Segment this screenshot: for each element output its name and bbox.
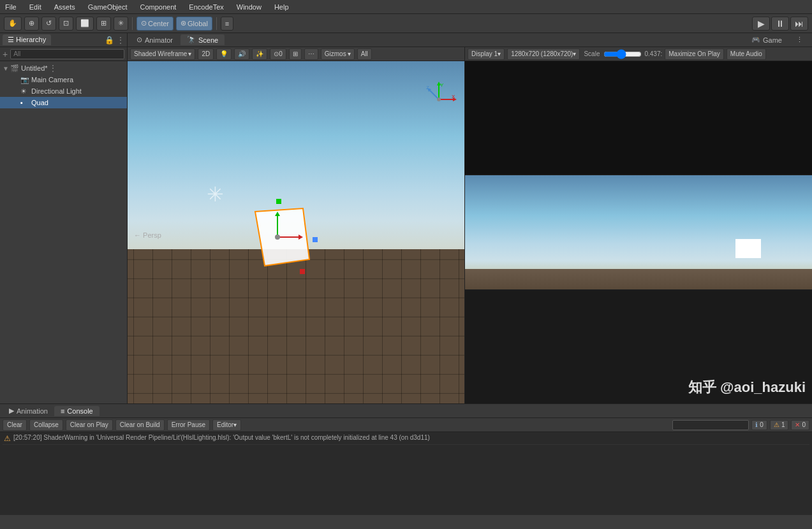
scene-audio-btn[interactable]: 🔊 [234, 48, 249, 60]
hand-tool-btn[interactable]: ✋ [4, 17, 22, 31]
play-btn[interactable]: ▶ [752, 17, 770, 31]
scene-2d-btn[interactable]: 2D [198, 48, 214, 60]
mute-audio-btn[interactable]: Mute Audio [727, 48, 766, 60]
hierarchy-item-quad[interactable]: ▪ Quad [0, 97, 127, 108]
menu-edit[interactable]: Edit [27, 3, 44, 11]
game-tab-icon: 🎮 [751, 36, 760, 44]
main-layout: ☰ Hierarchy 🔒 ⋮ + ▼ 🎬 Untitled* ⋮ [0, 33, 812, 403]
error-pause-btn[interactable]: Error Pause [167, 419, 210, 431]
console-search-input[interactable] [672, 420, 749, 430]
transform-tool-btn[interactable]: ⊞ [96, 17, 111, 31]
maximize-label: Maximize On Play [668, 50, 720, 57]
menu-file[interactable]: File [3, 3, 19, 11]
log-entry-0[interactable]: ⚠ [20:57:20] ShaderWarning in 'Universal… [3, 433, 809, 445]
scene-fx-btn[interactable]: ✨ [252, 48, 267, 60]
rotate-tool-btn[interactable]: ↺ [41, 17, 56, 31]
game-sky-gradient [465, 175, 812, 289]
hierarchy-lock-icon[interactable]: 🔒 [105, 36, 114, 45]
console-error-badge[interactable]: ✕ 0 [791, 420, 809, 430]
tab-game[interactable]: 🎮 Game [745, 34, 788, 45]
scene-tab-icon: 🔭 [187, 36, 196, 44]
tab-hierarchy[interactable]: ☰ Hierarchy [3, 34, 51, 45]
scale-slider[interactable] [603, 50, 642, 59]
menu-assets[interactable]: Assets [52, 3, 78, 11]
clear-btn[interactable]: Clear [3, 419, 27, 431]
hierarchy-root-item[interactable]: ▼ 🎬 Untitled* ⋮ [0, 62, 127, 74]
root-menu-btn[interactable]: ⋮ [49, 64, 57, 73]
svg-point-15 [275, 235, 280, 240]
animation-tab-icon: ▶ [9, 407, 14, 415]
console-area: Clear Collapse Clear on Play Clear on Bu… [0, 418, 812, 515]
resolution-chevron: ▾ [573, 50, 576, 57]
menu-gameobject[interactable]: GameObject [85, 3, 130, 11]
scene-gizmos-btn[interactable]: Gizmos ▾ [321, 48, 355, 60]
game-panel: Display 1 ▾ 1280x720 (1280x720) ▾ Scale … [464, 47, 812, 403]
pause-btn[interactable]: ⏸ [771, 17, 789, 31]
toolbar-separator-2 [216, 17, 217, 30]
toolbar: ✋ ⊕ ↺ ⊡ ⬜ ⊞ ✳ ⊙ Center ⊛ Global ≡ ▶ ⏸ ⏭ [0, 14, 812, 33]
collapse-btn[interactable]: Collapse [29, 419, 63, 431]
hierarchy-search-bar: + [0, 47, 127, 61]
root-scene-icon: 🎬 [10, 64, 19, 73]
clear-on-build-btn[interactable]: Clear on Build [115, 419, 165, 431]
bottom-tabs: ▶ Animation ≡ Console [0, 404, 812, 418]
menu-help[interactable]: Help [272, 3, 292, 11]
scene-grid-btn[interactable]: ⊞ [289, 48, 302, 60]
hierarchy-tab-icon: ☰ [8, 36, 14, 43]
space-btn[interactable]: ⊛ Global [176, 17, 212, 31]
scene-hidden-btn[interactable]: ⊙0 [270, 48, 286, 60]
game-tab-options[interactable]: ⋮ [790, 34, 809, 45]
console-info-badge[interactable]: ℹ 0 [751, 420, 767, 430]
move-tool-btn[interactable]: ⊕ [24, 17, 39, 31]
game-resolution-btn[interactable]: 1280x720 (1280x720) ▾ [507, 48, 580, 60]
pivot-btn[interactable]: ⊙ Center [137, 17, 173, 31]
console-warn-badge[interactable]: ⚠ 1 [770, 420, 789, 430]
editor-btn[interactable]: Editor ▾ [212, 419, 241, 431]
sun-gizmo: ✳ [207, 182, 224, 207]
scene-all-btn[interactable]: All [357, 48, 372, 60]
layers-btn[interactable]: ≡ [221, 17, 233, 31]
svg-line-4 [429, 90, 439, 99]
svg-text:X: X [452, 94, 455, 99]
scale-tool-btn[interactable]: ⊡ [59, 17, 73, 31]
hierarchy-menu-icon[interactable]: ⋮ [117, 36, 124, 45]
hierarchy-search-input[interactable] [10, 49, 124, 59]
scale-value: 0.437: [644, 50, 662, 57]
step-btn[interactable]: ⏭ [790, 17, 808, 31]
menu-window[interactable]: Window [234, 3, 264, 11]
tab-animator[interactable]: ⊙ Animator [130, 34, 179, 45]
scene-more-btn[interactable]: ⋯ [304, 48, 318, 60]
hierarchy-item-light[interactable]: ☀ Directional Light [0, 85, 127, 97]
game-views: 知乎 @aoi_hazuki [465, 61, 812, 403]
tab-console[interactable]: ≡ Console [54, 406, 100, 416]
tab-animation[interactable]: ▶ Animation [3, 405, 54, 416]
rect-tool-btn[interactable]: ⬜ [76, 17, 94, 31]
scene-gizmos-label: Gizmos [325, 50, 346, 57]
render-mode-btn[interactable]: Shaded Wireframe ▾ [130, 48, 195, 60]
menu-encodetex[interactable]: EncodeTex [186, 3, 226, 11]
clear-on-play-btn[interactable]: Clear on Play [66, 419, 113, 431]
scene-viewport: Shaded Wireframe ▾ 2D 💡 🔊 ✨ ⊙0 ⊞ ⋯ Gizmo… [128, 47, 464, 403]
hierarchy-quad-label: Quad [31, 99, 48, 106]
hierarchy-add-icon[interactable]: + [3, 49, 8, 59]
tab-scene[interactable]: 🔭 Scene [181, 34, 225, 45]
scene-lighting-btn[interactable]: 💡 [216, 48, 232, 60]
svg-text:Y: Y [440, 82, 444, 88]
scene-canvas[interactable]: ✳ ← Persp [128, 61, 464, 403]
game-display-btn[interactable]: Display 1 ▾ [468, 48, 505, 60]
play-controls: ▶ ⏸ ⏭ [752, 17, 808, 31]
persp-label: ← Persp [134, 231, 161, 239]
editor-chevron: ▾ [233, 421, 237, 428]
hierarchy-item-camera[interactable]: 📷 Main Camera [0, 74, 127, 85]
custom-tool-btn[interactable]: ✳ [114, 17, 128, 31]
log-warn-icon: ⚠ [4, 434, 11, 443]
maximize-on-play-btn[interactable]: Maximize On Play [665, 48, 724, 60]
log-text: [20:57:20] ShaderWarning in 'Universal R… [13, 434, 430, 441]
root-expand-arrow: ▼ [3, 65, 10, 72]
menu-component[interactable]: Component [137, 3, 179, 11]
scene-all-label: All [361, 50, 368, 57]
display-chevron: ▾ [498, 50, 501, 57]
game-toolbar: Display 1 ▾ 1280x720 (1280x720) ▾ Scale … [465, 47, 812, 61]
info-icon: ℹ [755, 421, 758, 428]
light-icon: ☀ [20, 87, 29, 96]
